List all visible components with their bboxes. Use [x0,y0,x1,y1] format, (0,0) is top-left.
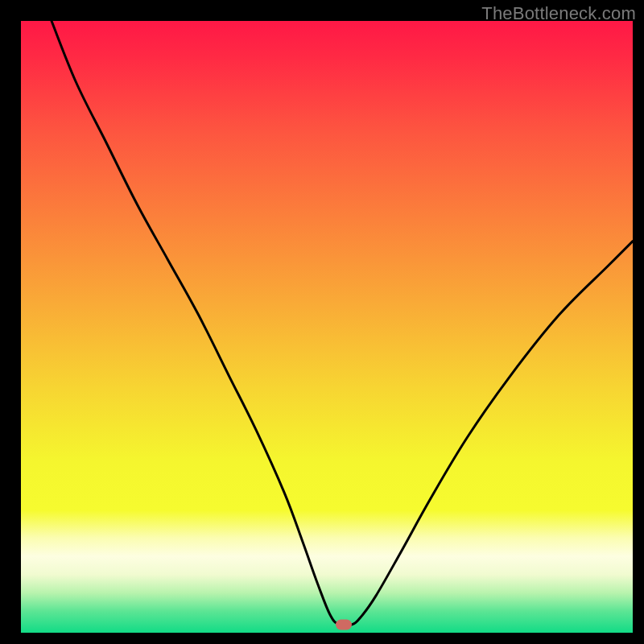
plot-area [21,21,633,633]
chart-stage: TheBottleneck.com [0,0,644,644]
bottleneck-curve [21,21,633,633]
watermark-text: TheBottleneck.com [481,3,636,24]
bottleneck-marker [336,620,352,630]
